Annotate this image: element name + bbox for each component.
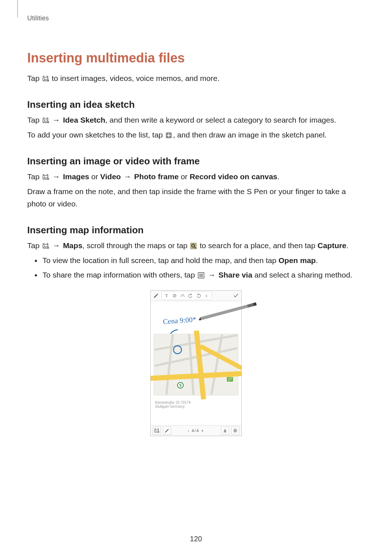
page-title: Inserting multimedia files	[27, 50, 365, 66]
eraser-icon	[171, 292, 178, 299]
svg-point-8	[173, 346, 181, 354]
undo-icon	[187, 292, 194, 299]
running-head: Utilities	[27, 15, 365, 22]
download-icon	[221, 427, 229, 435]
text-tool-icon: T	[163, 292, 170, 299]
redo-icon	[195, 292, 202, 299]
heading-image-frame: Inserting an image or video with frame	[27, 156, 365, 167]
screenshot-bottombar: ‹ 4/4 +	[151, 425, 241, 436]
menu-icon	[197, 272, 205, 279]
s-bahn-icon: S	[177, 382, 184, 389]
idea-sketch-line1: Tap → Idea Sketch, and then write a keyw…	[27, 114, 365, 126]
pen-icon	[153, 292, 159, 299]
gear-icon	[231, 427, 239, 435]
insert-icon	[42, 173, 50, 181]
map-caption: Kienestraße 33 70174 Stuttgart Germany	[155, 401, 191, 409]
edit-icon	[163, 427, 171, 435]
intro-paragraph: Tap to insert images, videos, voice memo…	[27, 72, 365, 85]
image-frame-line1: Tap → Images or Video → Photo frame or R…	[27, 171, 365, 183]
map-info-bullets: To view the location in full screen, tap…	[27, 254, 365, 281]
insert-icon	[153, 427, 161, 435]
insert-icon	[42, 242, 50, 250]
list-item: To view the location in full screen, tap…	[42, 254, 365, 267]
plus-icon	[165, 132, 173, 139]
map-badge: 27	[227, 377, 233, 382]
insert-icon	[42, 75, 50, 82]
svg-point-9	[234, 430, 236, 432]
map-info-line1: Tap → Maps, scroll through the maps or t…	[27, 239, 365, 252]
pager-text: ‹ 4/4 +	[173, 428, 219, 433]
page-number: 120	[0, 535, 392, 543]
shape-icon	[179, 292, 186, 299]
search-icon	[189, 242, 197, 250]
screenshot-s-note: T ‹ Cena 9:00*	[150, 290, 242, 436]
heading-idea-sketch: Inserting an idea sketch	[27, 99, 365, 110]
list-item: To share the map information with others…	[42, 269, 365, 281]
heading-map-info: Inserting map information	[27, 225, 365, 236]
image-frame-line2: Draw a frame on the note, and then tap i…	[27, 185, 365, 210]
handwriting-text: Cena 9:00*	[163, 315, 196, 326]
idea-sketch-line2: To add your own sketches to the list, ta…	[27, 129, 365, 141]
map-circle-icon	[172, 344, 183, 355]
map-thumbnail: 27 S	[154, 334, 238, 395]
insert-icon	[42, 117, 50, 124]
chevron-left-icon: ‹	[203, 292, 210, 299]
